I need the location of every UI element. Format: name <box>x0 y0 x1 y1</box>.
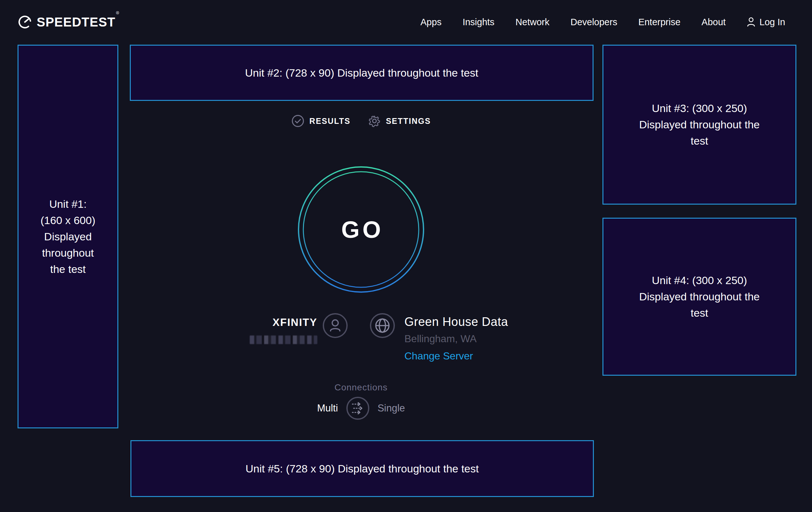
person-icon <box>328 318 342 333</box>
isp-user-badge[interactable] <box>323 313 348 338</box>
connections-option-single[interactable]: Single <box>378 403 405 414</box>
ad-unit-4: Unit #4: (300 x 250) Displayed throughou… <box>603 218 796 376</box>
nav-item-network[interactable]: Network <box>515 17 549 27</box>
login-label: Log In <box>759 17 785 27</box>
logo-text: SPEEDTEST <box>37 15 115 29</box>
connections-option-multi[interactable]: Multi <box>317 403 338 414</box>
multi-arrows-icon <box>350 402 365 415</box>
ad-unit-1-text: Unit #1: (160 x 600) Displayed throughou… <box>37 196 98 277</box>
nav-item-developers[interactable]: Developers <box>571 17 617 27</box>
ad-unit-5-text: Unit #5: (728 x 90) Displayed throughout… <box>245 461 479 477</box>
logo-trademark: ® <box>116 10 119 15</box>
main-nav: Apps Insights Network Developers Enterpr… <box>420 17 785 27</box>
isp-name: XFINITY <box>272 316 317 328</box>
nav-item-apps[interactable]: Apps <box>420 17 441 27</box>
server-globe-badge <box>370 313 395 338</box>
user-icon <box>747 17 756 27</box>
nav-item-about[interactable]: About <box>702 17 726 27</box>
speedometer-icon <box>18 15 32 29</box>
go-button-label: GO <box>297 166 425 293</box>
ad-unit-3: Unit #3: (300 x 250) Displayed throughou… <box>603 45 796 205</box>
connections-toggle-row: Multi Single <box>297 397 425 420</box>
ad-unit-1: Unit #1: (160 x 600) Displayed throughou… <box>18 45 118 428</box>
ad-unit-4-text: Unit #4: (300 x 250) Displayed throughou… <box>637 272 762 321</box>
tab-settings-label: SETTINGS <box>386 116 431 126</box>
check-circle-icon <box>291 114 304 128</box>
connections-toggle-button[interactable] <box>346 397 369 420</box>
gear-icon <box>368 114 381 128</box>
speedtest-page: SPEEDTEST® Apps Insights Network Develop… <box>0 0 812 512</box>
ad-unit-5: Unit #5: (728 x 90) Displayed throughout… <box>130 440 594 497</box>
top-nav-bar: SPEEDTEST® Apps Insights Network Develop… <box>0 0 812 44</box>
ad-unit-2-text: Unit #2: (728 x 90) Displayed throughout… <box>245 65 478 81</box>
connections-label: Connections <box>297 382 425 393</box>
globe-icon <box>374 317 391 334</box>
tab-results[interactable]: RESULTS <box>291 114 350 128</box>
speedtest-logo[interactable]: SPEEDTEST® <box>18 15 118 29</box>
change-server-link[interactable]: Change Server <box>404 350 473 362</box>
view-tabs: RESULTS SETTINGS <box>297 114 425 128</box>
ad-unit-2: Unit #2: (728 x 90) Displayed throughout… <box>130 45 593 101</box>
server-info: Green House Data Bellingham, WA Change S… <box>404 315 508 362</box>
server-name: Green House Data <box>404 315 508 329</box>
tab-results-label: RESULTS <box>309 116 350 126</box>
nav-item-insights[interactable]: Insights <box>462 17 494 27</box>
isp-ip-redacted <box>250 335 317 344</box>
login-button[interactable]: Log In <box>747 17 785 27</box>
tab-settings[interactable]: SETTINGS <box>368 114 431 128</box>
server-location: Bellingham, WA <box>404 332 508 345</box>
go-button[interactable]: GO <box>297 166 425 293</box>
ad-unit-3-text: Unit #3: (300 x 250) Displayed throughou… <box>637 100 762 149</box>
nav-item-enterprise[interactable]: Enterprise <box>638 17 680 27</box>
